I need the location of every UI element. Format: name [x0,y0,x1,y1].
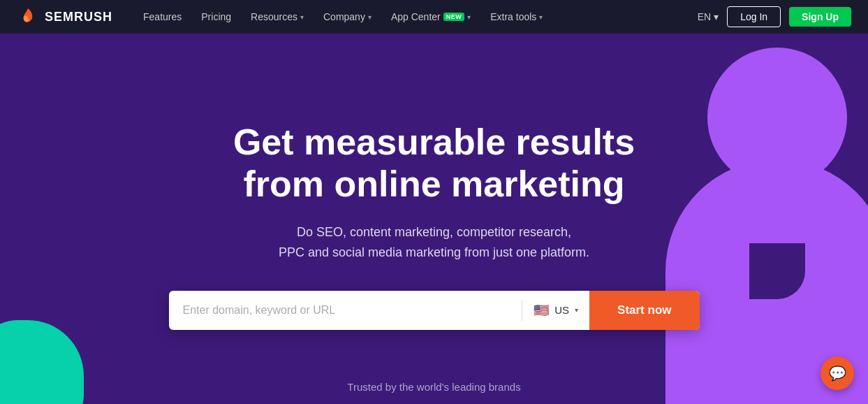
chat-icon: 💬 [829,365,846,382]
language-selector[interactable]: EN ▾ [698,11,719,22]
nav-item-features[interactable]: Features [135,7,190,27]
country-code: US [554,304,569,316]
hero-blob-teal [0,320,84,404]
new-badge: new [443,13,465,21]
chevron-down-icon: ▾ [539,13,543,21]
signup-button[interactable]: Sign Up [789,7,851,27]
navbar: SEMRUSH Features Pricing Resources ▾ Com… [0,0,868,34]
nav-item-pricing[interactable]: Pricing [193,7,240,27]
semrush-logo-icon [17,6,39,28]
nav-menu: Features Pricing Resources ▾ Company ▾ A… [135,7,698,27]
nav-item-resources[interactable]: Resources ▾ [242,7,312,27]
chevron-down-icon: ▾ [467,13,471,21]
brand-logo[interactable]: SEMRUSH [17,6,112,28]
brand-name: SEMRUSH [45,10,112,24]
nav-item-extra-tools[interactable]: Extra tools ▾ [482,7,551,27]
hero-content: Get measurable results from online marke… [169,122,700,329]
chevron-down-icon: ▾ [368,13,372,21]
search-input[interactable] [169,293,522,328]
nav-item-app-center[interactable]: App Center new ▾ [383,7,479,27]
hero-title: Get measurable results from online marke… [169,122,700,205]
search-bar: 🇺🇸 US ▾ Start now [169,291,700,330]
chevron-down-icon: ▾ [575,306,578,314]
hero-subtitle: Do SEO, content marketing, competitor re… [169,222,700,263]
login-button[interactable]: Log In [727,6,781,27]
trusted-text: Trusted by the world's leading brands [347,381,520,393]
chat-widget[interactable]: 💬 [821,356,854,390]
nav-item-company[interactable]: Company ▾ [315,7,380,27]
chevron-down-icon: ▾ [714,11,719,22]
navbar-actions: EN ▾ Log In Sign Up [698,6,851,27]
chevron-down-icon: ▾ [300,13,304,21]
start-now-button[interactable]: Start now [589,291,699,330]
hero-section: Get measurable results from online marke… [0,34,868,404]
us-flag-icon: 🇺🇸 [534,303,549,318]
silhouette-notch [749,243,805,299]
country-selector[interactable]: 🇺🇸 US ▾ [522,303,589,318]
